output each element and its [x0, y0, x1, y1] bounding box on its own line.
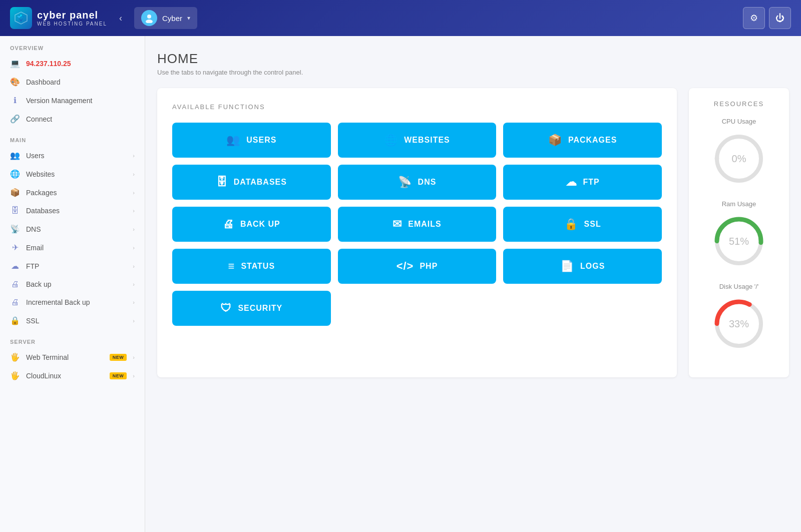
- security-btn-icon: 🛡: [220, 302, 232, 315]
- dns-btn[interactable]: 📡DNS: [338, 165, 497, 200]
- svg-marker-4: [21, 16, 25, 18]
- sidebar-item-users[interactable]: 👥Users›: [0, 146, 145, 165]
- logo-icon: [10, 7, 32, 29]
- ftp-chevron-icon: ›: [133, 263, 135, 269]
- cloudlinux-badge: NEW: [110, 372, 127, 379]
- emails-btn[interactable]: ✉EMAILS: [338, 207, 497, 242]
- resources-title: RESOURCES: [697, 100, 781, 108]
- ssl-chevron-icon: ›: [133, 318, 135, 324]
- resource-disk-label: Disk Usage '/': [697, 283, 781, 290]
- resource-cpu: CPU Usage 0%: [697, 118, 781, 186]
- users-icon: 👥: [10, 151, 20, 160]
- web-terminal-badge: NEW: [110, 354, 127, 361]
- ftp-btn[interactable]: ☁FTP: [503, 165, 662, 200]
- dashboard-icon: 🎨: [10, 77, 20, 87]
- settings-button[interactable]: ⚙: [743, 7, 765, 29]
- packages-icon: 📦: [10, 188, 20, 197]
- sidebar-item-email[interactable]: ✈Email›: [0, 238, 145, 257]
- email-icon: ✈: [10, 243, 20, 252]
- resource-ram-donut: 51%: [711, 214, 766, 269]
- backup-label: Back up: [26, 280, 127, 288]
- php-btn-label: PHP: [420, 262, 438, 271]
- sidebar-item-packages[interactable]: 📦Packages›: [0, 183, 145, 202]
- ftp-btn-label: FTP: [583, 178, 600, 187]
- email-chevron-icon: ›: [133, 245, 135, 251]
- resource-cpu-label: CPU Usage: [697, 118, 781, 125]
- sidebar-section-main: MAIN: [0, 128, 145, 146]
- php-btn[interactable]: </>PHP: [338, 249, 497, 284]
- web-terminal-chevron-icon: ›: [133, 354, 135, 360]
- svg-point-5: [147, 15, 151, 19]
- emails-btn-label: EMAILS: [408, 220, 441, 229]
- sidebar-item-ftp[interactable]: ☁FTP›: [0, 257, 145, 275]
- users-btn[interactable]: 👥USERS: [172, 123, 331, 158]
- websites-btn[interactable]: 🌐WEBSITES: [338, 123, 497, 158]
- user-name: Cyber: [162, 14, 182, 23]
- websites-chevron-icon: ›: [133, 171, 135, 177]
- users-btn-icon: 👥: [226, 134, 240, 147]
- websites-icon: 🌐: [10, 169, 20, 179]
- header-left: cyber panel WEB HOSTING PANEL ‹ Cyber ▾: [10, 7, 197, 29]
- sidebar-item-ssl[interactable]: 🔒SSL›: [0, 311, 145, 330]
- resource-ram: Ram Usage 51%: [697, 200, 781, 269]
- backup-btn-icon: 🖨: [223, 218, 234, 231]
- cloudlinux-icon: 🖐: [10, 371, 20, 380]
- sidebar-item-dashboard[interactable]: 🎨Dashboard: [0, 73, 145, 91]
- user-dropdown[interactable]: Cyber ▾: [134, 7, 197, 29]
- sidebar-item-version-management[interactable]: ℹVersion Management: [0, 91, 145, 110]
- power-button[interactable]: ⏻: [769, 7, 791, 29]
- version-management-label: Version Management: [26, 97, 135, 105]
- dns-btn-label: DNS: [418, 178, 437, 187]
- incremental-backup-icon: 🖨: [10, 298, 20, 307]
- sidebar: OVERVIEW💻94.237.110.25🎨DashboardℹVersion…: [0, 36, 145, 532]
- functions-panel: AVAILABLE FUNCTIONS 👥USERS🌐WEBSITES📦PACK…: [157, 88, 677, 377]
- svg-marker-2: [19, 18, 23, 22]
- page-title: HOME: [157, 51, 789, 67]
- cloudlinux-label: CloudLinux: [26, 372, 104, 380]
- logo-area: cyber panel WEB HOSTING PANEL: [10, 7, 107, 29]
- databases-btn-label: DATABASES: [234, 178, 287, 187]
- cloudlinux-chevron-icon: ›: [133, 373, 135, 379]
- databases-chevron-icon: ›: [133, 208, 135, 214]
- ssl-btn-label: SSL: [584, 220, 601, 229]
- logs-btn[interactable]: 📄LOGS: [503, 249, 662, 284]
- packages-label: Packages: [26, 189, 127, 197]
- page-subtitle: Use the tabs to navigate through the con…: [157, 69, 789, 76]
- databases-btn[interactable]: 🗄DATABASES: [172, 165, 331, 200]
- packages-btn[interactable]: 📦PACKAGES: [503, 123, 662, 158]
- sidebar-item-cloudlinux[interactable]: 🖐CloudLinuxNEW›: [0, 366, 145, 385]
- security-btn[interactable]: 🛡SECURITY: [172, 291, 331, 326]
- ssl-label: SSL: [26, 317, 127, 325]
- sidebar-item-incremental-backup[interactable]: 🖨Incremental Back up›: [0, 293, 145, 311]
- brand-name: cyber panel: [37, 9, 107, 21]
- dns-btn-icon: 📡: [398, 176, 412, 189]
- sidebar-item-web-terminal[interactable]: 🖐Web TerminalNEW›: [0, 348, 145, 366]
- web-terminal-label: Web Terminal: [26, 353, 104, 361]
- ip-address-label: 94.237.110.25: [26, 60, 135, 68]
- users-label: Users: [26, 152, 127, 160]
- svg-marker-0: [15, 12, 27, 24]
- main-content: HOME Use the tabs to navigate through th…: [145, 36, 801, 532]
- sidebar-item-connect[interactable]: 🔗Connect: [0, 110, 145, 128]
- status-btn-icon: ≡: [228, 260, 235, 273]
- ssl-icon: 🔒: [10, 316, 20, 325]
- sidebar-item-ip-address[interactable]: 💻94.237.110.25: [0, 54, 145, 73]
- ssl-btn[interactable]: 🔒SSL: [503, 207, 662, 242]
- dashboard-label: Dashboard: [26, 78, 135, 86]
- resource-disk-value: 33%: [729, 318, 749, 330]
- logo-text: cyber panel WEB HOSTING PANEL: [37, 9, 107, 27]
- status-btn[interactable]: ≡STATUS: [172, 249, 331, 284]
- connect-label: Connect: [26, 115, 135, 123]
- sidebar-collapse-button[interactable]: ‹: [115, 11, 126, 26]
- resource-disk: Disk Usage '/' 33%: [697, 283, 781, 351]
- databases-btn-icon: 🗄: [216, 176, 228, 189]
- user-avatar: [141, 10, 157, 26]
- backup-icon: 🖨: [10, 280, 20, 289]
- resource-ram-value: 51%: [729, 236, 749, 247]
- sidebar-item-websites[interactable]: 🌐Websites›: [0, 165, 145, 183]
- sidebar-item-databases[interactable]: 🗄Databases›: [0, 202, 145, 220]
- status-btn-label: STATUS: [241, 262, 275, 271]
- sidebar-item-dns[interactable]: 📡DNS›: [0, 220, 145, 238]
- sidebar-item-backup[interactable]: 🖨Back up›: [0, 275, 145, 293]
- backup-btn[interactable]: 🖨BACK UP: [172, 207, 331, 242]
